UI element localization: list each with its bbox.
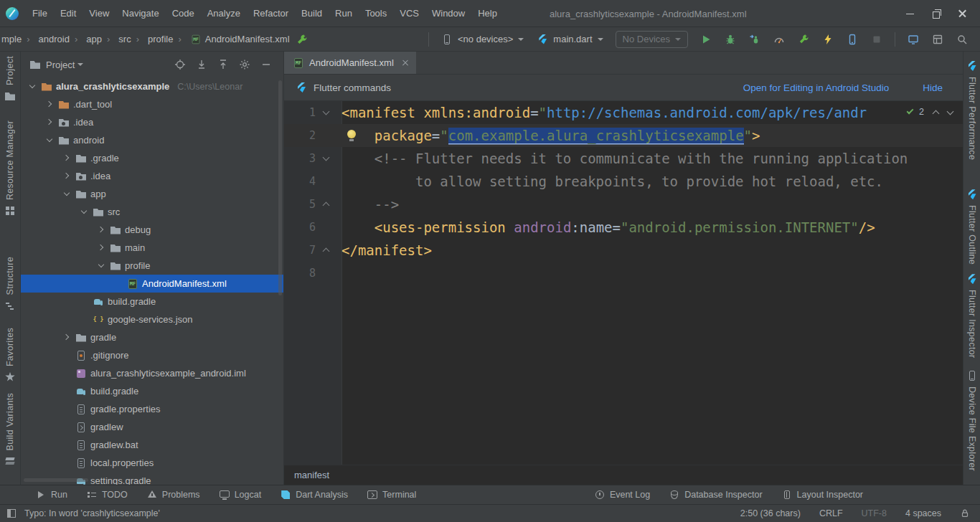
tree-item[interactable]: .idea xyxy=(21,113,283,131)
fold-marker-icon[interactable] xyxy=(320,108,334,118)
tree-chevron-icon[interactable] xyxy=(28,82,37,91)
tree-chevron-icon[interactable] xyxy=(62,351,72,360)
tree-item[interactable]: src xyxy=(21,203,283,221)
restore-icon[interactable] xyxy=(931,9,941,19)
line-number[interactable]: 5 xyxy=(284,198,316,211)
tool-strip-tab[interactable]: Device File Explorer xyxy=(966,370,978,471)
breadcrumb-item[interactable]: app xyxy=(70,34,102,44)
line-number[interactable]: 3 xyxy=(284,152,316,165)
project-view-selector[interactable]: Project xyxy=(46,60,75,70)
tree-item[interactable]: profile xyxy=(21,257,283,275)
tree-item[interactable]: .gitignore xyxy=(21,346,283,364)
menu-item[interactable]: File xyxy=(26,4,54,22)
tool-window-tab[interactable]: Logcat xyxy=(209,489,271,500)
menu-item[interactable]: Tools xyxy=(359,4,393,22)
tree-item[interactable]: gradle xyxy=(21,328,283,346)
tool-window-tab[interactable]: Layout Inspector xyxy=(772,489,872,500)
tool-window-tab[interactable]: Terminal xyxy=(357,489,425,500)
settings-gear-icon[interactable] xyxy=(239,59,250,70)
next-problem-icon[interactable] xyxy=(947,109,953,115)
tree-chevron-icon[interactable] xyxy=(62,333,72,342)
tool-strip-tab[interactable]: Resource Manager xyxy=(4,120,16,217)
code-line-1[interactable]: 1<manifest xmlns:android="http://schemas… xyxy=(284,101,963,124)
tool-window-toggle-icon[interactable] xyxy=(7,509,16,518)
line-number[interactable]: 2 xyxy=(284,129,316,142)
tree-chevron-icon[interactable] xyxy=(97,261,106,270)
profile-button[interactable] xyxy=(771,31,788,48)
line-separator[interactable]: CRLF xyxy=(819,508,843,518)
tool-strip-tab[interactable]: Structure xyxy=(4,257,16,311)
tool-strip-tab[interactable]: Favorites xyxy=(4,328,16,383)
tree-chevron-icon[interactable] xyxy=(80,315,89,324)
editor-tab[interactable]: AndroidManifest.xml xyxy=(284,52,416,74)
tree-item[interactable]: .dart_tool xyxy=(21,95,283,113)
emulator-button[interactable] xyxy=(905,31,922,48)
tool-strip-tab[interactable]: Flutter Inspector xyxy=(966,273,978,358)
code-editor[interactable]: 1<manifest xmlns:android="http://schemas… xyxy=(284,101,963,465)
tool-strip-tab[interactable]: Project xyxy=(4,56,16,102)
tree-chevron-icon[interactable] xyxy=(114,279,123,288)
prev-problem-icon[interactable] xyxy=(933,109,938,115)
hot-reload-button[interactable] xyxy=(819,31,837,48)
line-number[interactable]: 8 xyxy=(284,267,316,280)
tree-chevron-icon[interactable] xyxy=(80,207,89,217)
tree-chevron-icon[interactable] xyxy=(45,118,55,127)
tree-chevron-icon[interactable] xyxy=(62,386,72,396)
close-icon[interactable] xyxy=(957,9,967,19)
menu-item[interactable]: Navigate xyxy=(116,4,165,22)
attach-debugger-button[interactable] xyxy=(746,31,763,48)
flutter-device-selector[interactable]: No Devices xyxy=(616,31,688,48)
tool-strip-tab[interactable]: Flutter Performance xyxy=(966,60,978,160)
flutter-setup-wrench-icon[interactable] xyxy=(293,31,311,48)
tree-item[interactable]: build.gradle xyxy=(21,382,283,400)
menu-item[interactable]: VCS xyxy=(393,4,425,22)
line-number[interactable]: 6 xyxy=(284,221,316,234)
inspections-widget[interactable]: 2 xyxy=(907,107,953,117)
tree-item[interactable]: app xyxy=(21,185,283,203)
line-number[interactable]: 7 xyxy=(284,244,316,257)
breadcrumb-item[interactable]: profile xyxy=(131,34,174,44)
device-selector[interactable]: <no devices> xyxy=(435,31,530,48)
collapse-all-button[interactable] xyxy=(217,59,229,70)
tree-item[interactable]: main xyxy=(21,239,283,257)
tree-chevron-icon[interactable] xyxy=(62,422,72,432)
breadcrumb-item[interactable]: AndroidManifest.xml xyxy=(173,34,289,45)
open-in-android-studio-link[interactable]: Open for Editing in Android Studio xyxy=(743,82,889,93)
code-line-3[interactable]: 3 <!-- Flutter needs it to communicate w… xyxy=(284,147,963,170)
line-number[interactable]: 1 xyxy=(284,106,316,119)
code-line-2[interactable]: 2 package="com.example.alura_crashlytics… xyxy=(284,124,963,147)
file-encoding[interactable]: UTF-8 xyxy=(862,508,887,518)
menu-item[interactable]: Run xyxy=(329,4,359,22)
tree-chevron-icon[interactable] xyxy=(62,440,72,450)
menu-item[interactable]: Build xyxy=(295,4,329,22)
close-tab-icon[interactable] xyxy=(402,60,409,67)
code-line-8[interactable]: 8 xyxy=(284,262,963,285)
tree-item[interactable]: alura_crashlyticsexample C:\Users\Leonar xyxy=(21,77,283,95)
readonly-lock-icon[interactable] xyxy=(960,508,970,518)
intention-bulb-icon[interactable] xyxy=(347,130,356,138)
menu-item[interactable]: Window xyxy=(425,4,471,22)
tree-item[interactable]: alura_crashlyticsexample_android.iml xyxy=(21,364,283,382)
tree-item[interactable]: .idea xyxy=(21,167,283,185)
layout-editor-button[interactable] xyxy=(929,31,946,48)
tree-chevron-icon[interactable] xyxy=(45,136,55,145)
code-line-4[interactable]: 4 to allow setting breakpoints, to provi… xyxy=(284,170,963,193)
menu-item[interactable]: Edit xyxy=(54,4,83,22)
breadcrumb-item[interactable]: mple xyxy=(1,34,22,44)
tree-item[interactable]: debug xyxy=(21,221,283,239)
expand-all-button[interactable] xyxy=(196,59,207,70)
indent-setting[interactable]: 4 spaces xyxy=(905,508,941,518)
xml-tag-breadcrumb[interactable]: manifest xyxy=(294,470,329,480)
menu-item[interactable]: Refactor xyxy=(247,4,295,22)
tree-item[interactable]: gradle.properties xyxy=(21,400,283,418)
tool-window-tab[interactable]: Run xyxy=(26,489,77,500)
tree-horizontal-scrollbar[interactable] xyxy=(24,478,88,482)
fold-marker-icon[interactable] xyxy=(320,199,334,209)
tree-item[interactable]: gradlew xyxy=(21,418,283,436)
tree-chevron-icon[interactable] xyxy=(62,458,72,468)
tree-item[interactable]: .gradle xyxy=(21,149,283,167)
caret-position[interactable]: 2:50 (36 chars) xyxy=(740,508,801,518)
tree-item[interactable]: gradlew.bat xyxy=(21,436,283,454)
search-everywhere-button[interactable] xyxy=(953,31,971,48)
tree-chevron-icon[interactable] xyxy=(97,243,106,252)
